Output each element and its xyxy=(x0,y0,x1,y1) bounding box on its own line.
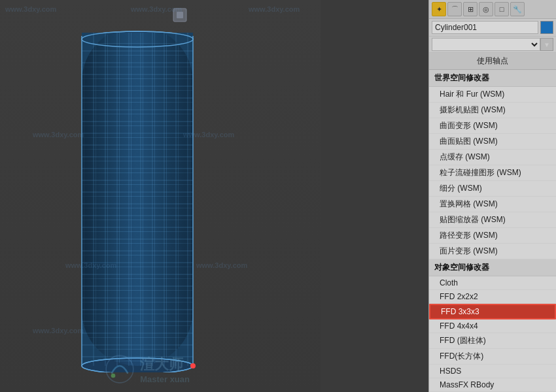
modifier-list-item[interactable]: FFD (圆柱体) xyxy=(429,333,556,349)
modifier-list-item[interactable]: 曲面贴图 (WSM) xyxy=(429,134,556,150)
svg-point-46 xyxy=(190,363,196,368)
watermark-3: www.3dxy.com xyxy=(249,5,300,13)
viewport: www.3dxy.com www.3dxy.com www.3dxy.com w… xyxy=(0,0,556,392)
modifier-list[interactable]: 世界空间修改器Hair 和 Fur (WSM)摄影机贴图 (WSM)曲面变形 (… xyxy=(429,70,556,392)
dropdown-arrow-btn[interactable]: ▼ xyxy=(540,38,553,51)
modifier-list-item[interactable]: FFD 2x2x2 xyxy=(429,290,556,304)
modifier-list-item[interactable]: Hair 和 Fur (WSM) xyxy=(429,87,556,103)
modifier-list-item[interactable]: 贴图缩放器 (WSM) xyxy=(429,212,556,228)
modifier-list-item[interactable]: HSDS xyxy=(429,365,556,378)
object-color-swatch[interactable] xyxy=(540,21,553,34)
dropdown-row: ▼ xyxy=(429,37,556,53)
modifier-list-item[interactable]: FFD 3x3x3 xyxy=(429,304,556,319)
modifier-list-item[interactable]: 置换网格 (WSM) xyxy=(429,197,556,212)
cylinder-container xyxy=(65,13,209,379)
section-header-wsm: 世界空间修改器 xyxy=(429,70,556,87)
utility-tab-icon[interactable]: 🔧 xyxy=(510,2,525,16)
modifier-list-item[interactable]: FFD 4x4x4 xyxy=(429,319,556,333)
section-header-osm: 对象空间修改器 xyxy=(429,259,556,276)
svg-rect-50 xyxy=(177,12,183,18)
toolbar-icons: ✦ ⌒ ⊞ ◎ □ 🔧 xyxy=(429,0,556,19)
camera-tab-icon[interactable]: ◎ xyxy=(479,2,493,16)
modifier-list-item[interactable]: FFD(长方体) xyxy=(429,349,556,365)
top-right-viewport-icon xyxy=(170,5,190,25)
modifier-list-item[interactable]: Cloth xyxy=(429,276,556,290)
modifier-dropdown[interactable] xyxy=(432,38,540,51)
svg-rect-5 xyxy=(82,33,193,366)
object-name-input[interactable] xyxy=(432,21,538,34)
modifier-list-item[interactable]: 点缓存 (WSM) xyxy=(429,150,556,165)
modifier-list-item[interactable]: 曲面变形 (WSM) xyxy=(429,118,556,134)
modifier-list-item[interactable]: 面片变形 (WSM) xyxy=(429,244,556,259)
display-tab-icon[interactable]: □ xyxy=(495,2,509,16)
modifier-list-item[interactable]: 摄影机贴图 (WSM) xyxy=(429,103,556,118)
modifier-list-container: 使用轴点 世界空间修改器Hair 和 Fur (WSM)摄影机贴图 (WSM)曲… xyxy=(429,53,556,392)
watermark-1: www.3dxy.com xyxy=(5,5,56,13)
right-panel: ✦ ⌒ ⊞ ◎ □ 🔧 ▼ 使用轴点 世界空间修改器Hair 和 F xyxy=(428,0,556,392)
modifier-list-item[interactable]: MassFX RBody xyxy=(429,378,556,392)
cylinder-svg xyxy=(72,20,203,372)
modifier-list-item[interactable]: 粒子流碰撞图形 (WSM) xyxy=(429,165,556,181)
modifier-tab-icon[interactable]: ⊞ xyxy=(463,2,478,16)
modifier-list-item[interactable]: 细分 (WSM) xyxy=(429,181,556,197)
canvas-area: www.3dxy.com www.3dxy.com www.3dxy.com w… xyxy=(0,0,321,392)
modifier-list-item[interactable]: 路径变形 (WSM) xyxy=(429,228,556,244)
object-name-row xyxy=(429,19,556,37)
pivot-button[interactable]: 使用轴点 xyxy=(429,53,556,70)
curve-tab-icon[interactable]: ⌒ xyxy=(447,2,462,16)
light-tab-icon[interactable]: ✦ xyxy=(432,2,446,16)
